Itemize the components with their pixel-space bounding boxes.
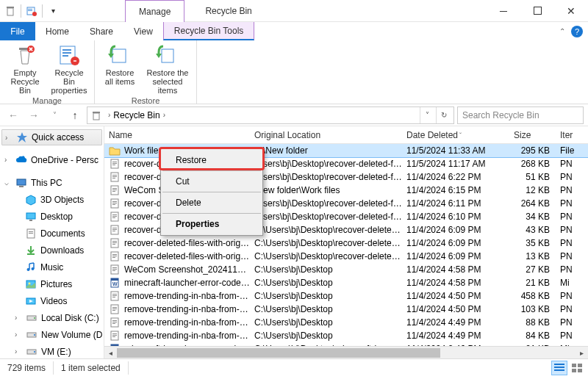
sidebar-item-onedrive[interactable]: › OneDrive - Persc [0,151,104,168]
column-name[interactable]: Name [104,126,250,143]
back-button[interactable]: ← [4,107,22,124]
column-date-deleted[interactable]: Date Deletedˇ [402,126,509,143]
details-view-button[interactable] [551,361,567,375]
svg-rect-83 [112,307,117,308]
recycle-bin-properties-button[interactable]: Recycle Bin properties [47,42,91,96]
sidebar-item-videos[interactable]: Videos [0,292,104,309]
tab-recycle-bin-tools[interactable]: Recycle Bin Tools [163,22,255,40]
close-button[interactable]: ✕ [554,0,588,22]
restore-selected-items-button[interactable]: Restore the selected items [142,42,193,96]
forward-button[interactable]: → [25,107,43,124]
restore-selected-icon [156,43,179,67]
table-row[interactable]: remove-trending-in-nba-from-the...C:\Use… [104,303,588,316]
sidebar-item-downloads[interactable]: Downloads [0,242,104,259]
table-row[interactable]: remove-trending-in-nba-from-the...C:\Use… [104,316,588,329]
up-button[interactable]: ↑ [66,107,84,124]
folder-icon [109,145,121,156]
svg-rect-42 [112,165,115,165]
sidebar-item-label: Local Disk (C:) [41,313,99,323]
file-type: PN [556,317,588,328]
tab-share[interactable]: Share [79,22,123,40]
tab-view[interactable]: View [123,22,163,40]
sidebar-item-label: Videos [40,296,67,306]
sidebar-item-new-volume-d[interactable]: ›New Volume (D [0,326,104,343]
sidebar-item-this-pc[interactable]: ⌵ This PC [0,174,104,191]
qat-dropdown-icon[interactable]: ▾ [47,5,59,17]
sidebar-item-quick-access[interactable]: › Quick access [1,129,102,145]
table-row[interactable]: remove-trending-in-nba-from-the...C:\Use… [104,289,588,303]
svg-rect-40 [112,162,117,162]
properties-icon[interactable] [26,5,37,17]
tab-home[interactable]: Home [35,22,79,40]
file-location: \Users\bj\Desktop\recover-deleted-file..… [250,159,402,169]
sidebar-item-documents[interactable]: Documents [0,225,104,242]
table-row[interactable]: WeCom Screenshot_202411041437...C:\Users… [104,263,588,276]
horizontal-scrollbar[interactable]: ◂ ▸ [104,346,588,358]
file-location: C:\Users\bj\Desktop\recover-deleted-... [250,251,402,261]
column-original-location[interactable]: Original Location [250,126,402,143]
breadcrumb-location[interactable]: Recycle Bin [113,110,159,120]
file-name: remove-trending-in-nba-from-the... [124,331,250,341]
context-menu: Restore Cut Delete Properties [160,148,263,236]
svg-rect-103 [578,369,582,372]
empty-recycle-bin-button[interactable]: Empty Recycle Bin [3,42,47,96]
scroll-right-icon[interactable]: ▸ [576,347,588,359]
svg-rect-6 [534,7,541,15]
maximize-button[interactable] [520,0,554,22]
doc-icon [109,171,121,183]
table-row[interactable]: recover-deleted-files-with-original...C:… [104,237,588,250]
videos-icon [25,295,37,307]
doc-icon [109,198,121,209]
svg-rect-62 [112,231,115,231]
file-size: 88 KB [509,317,556,328]
word-icon: W [109,277,121,289]
breadcrumb[interactable]: › Recycle Bin › ˅ ↻ [87,107,454,124]
sidebar-item-vm-e-[interactable]: ›VM (E:) [0,343,104,358]
local-disk-c--icon [26,312,37,324]
sidebar-item-desktop[interactable]: Desktop [0,208,104,225]
restore-all-label: Restore all items [105,68,135,86]
table-row[interactable]: Wminecraft-launcher-error-code-0x...C:\U… [104,276,588,289]
tab-file[interactable]: File [0,22,35,40]
doc-icon [109,158,121,170]
sidebar-item-label: New Volume (D [41,330,102,340]
svg-rect-88 [112,322,117,322]
svg-rect-84 [112,308,117,309]
doc-icon [109,211,121,223]
column-size[interactable]: Size [509,126,556,143]
file-date: 11/4/2024 6:09 PM [402,251,509,261]
column-item-type[interactable]: Iter [556,126,588,143]
svg-rect-12 [62,55,68,57]
table-row[interactable]: recover-deleted-files-with-original...C:… [104,250,588,263]
refresh-button[interactable]: ↻ [436,107,451,123]
sidebar-label: This PC [31,178,62,188]
menu-item-properties[interactable]: Properties [162,214,261,234]
svg-rect-0 [7,8,13,15]
scroll-thumb[interactable] [117,348,440,358]
recent-dropdown[interactable]: ˅ [46,107,63,124]
scroll-left-icon[interactable]: ◂ [104,347,117,359]
menu-item-cut[interactable]: Cut [162,172,261,191]
svg-rect-60 [112,228,117,228]
music-icon [25,261,37,273]
table-row[interactable]: Wminecraft-launcher-error-code-0x...C:\U… [104,342,588,346]
help-icon[interactable]: ? [571,26,583,37]
sidebar-item-music[interactable]: Music [0,259,104,275]
address-dropdown[interactable]: ˅ [420,107,434,123]
restore-all-items-button[interactable]: Restore all items [98,42,142,87]
sidebar-item-3d-objects[interactable]: 3D Objects [0,191,104,208]
properties-label: Recycle Bin properties [49,68,90,95]
table-row[interactable]: remove-trending-in-nba-from-the...C:\Use… [104,329,588,342]
vm-e--icon [26,346,37,358]
svg-point-26 [27,268,30,271]
menu-item-delete[interactable]: Delete [162,193,261,212]
file-type: PN [556,185,588,195]
sidebar-item-pictures[interactable]: Pictures [0,275,104,292]
minimize-button[interactable]: ─ [487,0,520,22]
window-title: Recycle Bin [205,6,251,16]
collapse-ribbon-icon[interactable]: ⌃ [559,27,565,35]
search-input[interactable]: Search Recycle Bin [457,107,584,124]
thumbnail-view-button[interactable] [569,361,585,375]
sidebar-item-local-disk-c-[interactable]: ›Local Disk (C:) [0,309,104,326]
menu-item-restore[interactable]: Restore [162,151,261,170]
